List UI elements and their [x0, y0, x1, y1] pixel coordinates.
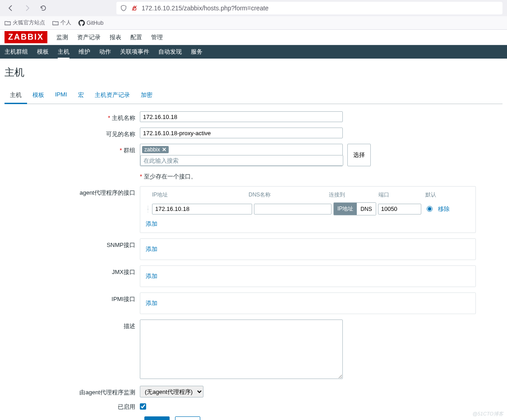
host-name-input[interactable]	[140, 111, 343, 122]
snmp-add-link[interactable]: 添加	[146, 246, 157, 252]
add-button[interactable]: 添加	[144, 416, 170, 420]
sub-nav: 主机群组 模板 主机 维护 动作 关联项事件 自动发现 服务	[0, 45, 507, 59]
folder-icon	[52, 20, 59, 26]
nav-inventory[interactable]: 资产记录	[77, 30, 101, 45]
remove-tag-icon[interactable]: ✕	[162, 146, 166, 153]
reload-icon	[40, 5, 47, 12]
agent-add-link[interactable]: 添加	[146, 220, 157, 228]
iface-header-default: 默认	[425, 191, 443, 199]
description-textarea[interactable]	[140, 320, 343, 379]
main-nav: 监测 资产记录 报表 配置 管理	[56, 30, 163, 45]
main-header: ZABBIX 监测 资产记录 报表 配置 管理	[0, 30, 507, 45]
iface-port-input[interactable]	[378, 204, 421, 215]
subnav-hosts[interactable]: 主机	[58, 45, 69, 59]
jmx-add-link[interactable]: 添加	[146, 273, 157, 279]
back-button[interactable]	[5, 2, 17, 14]
page-content: 主机 主机 模板 IPMI 宏 主机资产记录 加密 主机名称 可见的名称 群组	[0, 59, 507, 420]
subnav-services[interactable]: 服务	[191, 45, 203, 59]
subnav-actions[interactable]: 动作	[99, 45, 111, 59]
bookmark-label: 个人	[60, 19, 71, 27]
page-title: 主机	[5, 66, 502, 79]
visible-name-input[interactable]	[140, 128, 343, 138]
watermark: @51CTO博客	[473, 411, 503, 417]
proxy-label: 由agent代理程序监测	[5, 386, 140, 397]
iface-default-radio[interactable]	[427, 206, 433, 212]
snmp-label: SNMP接口	[5, 238, 140, 249]
iface-dns-input[interactable]	[254, 204, 332, 215]
enabled-checkbox[interactable]	[140, 403, 146, 410]
nav-monitoring[interactable]: 监测	[56, 30, 68, 45]
nav-reports[interactable]: 报表	[110, 30, 121, 45]
ipmi-add-link[interactable]: 添加	[146, 300, 157, 306]
bookmark-label: 火狐官方站点	[13, 19, 45, 27]
jmx-interfaces-box: 添加	[140, 265, 476, 287]
iface-header-connect: 连接到	[329, 191, 378, 199]
iface-ip-input[interactable]	[152, 204, 252, 215]
url-bar[interactable]: 172.16.10.215/zabbix/hosts.php?form=crea…	[116, 2, 502, 14]
agent-interfaces-box: IP地址 DNS名称 连接到 端口 默认 ⋮⋮⋮⋮ IP地址 DNS	[140, 186, 476, 233]
groups-multiselect[interactable]: zabbix ✕	[140, 144, 343, 166]
nav-administration[interactable]: 管理	[151, 30, 163, 45]
enabled-label: 已启用	[5, 403, 140, 411]
select-groups-button[interactable]: 选择	[347, 144, 371, 166]
subnav-templates[interactable]: 模板	[37, 45, 49, 59]
host-form: 主机名称 可见的名称 群组 zabbix ✕	[5, 104, 502, 420]
form-tabs: 主机 模板 IPMI 宏 主机资产记录 加密	[5, 87, 502, 104]
groups-search-input[interactable]	[140, 155, 343, 166]
forward-button[interactable]	[21, 2, 33, 14]
bookmark-firefox[interactable]: 火狐官方站点	[5, 19, 45, 27]
bookmark-bar: 火狐官方站点 个人 GitHub	[0, 16, 507, 30]
reload-button[interactable]	[37, 2, 50, 14]
subnav-hostgroups[interactable]: 主机群组	[5, 45, 28, 59]
github-icon	[78, 20, 85, 26]
snmp-interfaces-box: 添加	[140, 238, 476, 260]
tab-ipmi[interactable]: IPMI	[50, 87, 73, 104]
ipmi-iface-label: IPMI接口	[5, 292, 140, 303]
tab-macros[interactable]: 宏	[73, 87, 89, 104]
subnav-maintenance[interactable]: 维护	[78, 45, 90, 59]
interface-warning: 至少存在一个接口。	[140, 172, 197, 181]
iface-remove-link[interactable]: 移除	[438, 205, 450, 213]
url-text: 172.16.10.215/zabbix/hosts.php?form=crea…	[142, 5, 268, 12]
tab-encryption[interactable]: 加密	[135, 87, 158, 104]
arrow-right-icon	[23, 5, 31, 12]
drag-handle-icon[interactable]: ⋮⋮⋮⋮	[146, 206, 150, 212]
tab-host[interactable]: 主机	[5, 87, 27, 104]
bookmark-personal[interactable]: 个人	[52, 19, 71, 27]
tab-inventory[interactable]: 主机资产记录	[89, 87, 135, 104]
agent-iface-label: agent代理程序的接口	[5, 186, 140, 197]
connect-dns-button[interactable]: DNS	[357, 203, 375, 215]
iface-header-dns: DNS名称	[249, 191, 329, 199]
lock-slash-icon	[131, 5, 138, 12]
proxy-select[interactable]: (无agent代理程序)	[140, 386, 203, 397]
browser-toolbar: 172.16.10.215/zabbix/hosts.php?form=crea…	[0, 0, 507, 16]
zabbix-logo[interactable]: ZABBIX	[5, 31, 47, 43]
nav-configuration[interactable]: 配置	[130, 30, 142, 45]
connect-to-toggle: IP地址 DNS	[333, 202, 376, 215]
jmx-label: JMX接口	[5, 265, 140, 276]
connect-ip-button[interactable]: IP地址	[334, 203, 357, 215]
folder-icon	[5, 20, 11, 26]
arrow-left-icon	[7, 5, 14, 12]
shield-icon	[120, 5, 127, 12]
iface-header-ip: IP地址	[146, 191, 249, 199]
bookmark-label: GitHub	[87, 20, 103, 26]
group-tag: zabbix ✕	[142, 146, 169, 153]
iface-header-port: 端口	[378, 191, 425, 199]
host-name-label: 主机名称	[5, 111, 140, 122]
tab-templates[interactable]: 模板	[27, 87, 50, 104]
group-tag-label: zabbix	[144, 146, 160, 153]
visible-name-label: 可见的名称	[5, 128, 140, 138]
description-label: 描述	[5, 320, 140, 330]
groups-label: 群组	[5, 144, 140, 155]
subnav-discovery[interactable]: 自动发现	[158, 45, 182, 59]
bookmark-github[interactable]: GitHub	[78, 20, 103, 26]
ipmi-interfaces-box: 添加	[140, 292, 476, 314]
agent-interface-row: ⋮⋮⋮⋮ IP地址 DNS 移除	[146, 202, 470, 215]
cancel-button[interactable]: 取消	[175, 416, 200, 420]
